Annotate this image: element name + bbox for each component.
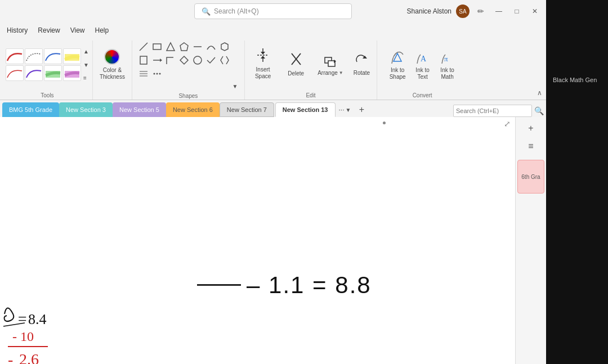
svg-marker-11: [160, 59, 162, 62]
ink-to-math-label: Ink toMath: [440, 67, 454, 80]
pen-item-4[interactable]: [63, 48, 81, 64]
add-page-btn[interactable]: +: [522, 119, 540, 137]
ink-to-text-icon: A: [415, 49, 431, 67]
minimize-btn[interactable]: —: [492, 5, 506, 18]
svg-rect-4: [153, 44, 161, 50]
maximize-btn[interactable]: □: [510, 5, 524, 18]
color-thickness-btn[interactable]: Color & Thickness: [96, 45, 128, 84]
delete-icon: [289, 51, 303, 67]
tab-newsection6[interactable]: New Section 6: [166, 102, 220, 117]
pen-item-1[interactable]: [6, 48, 24, 64]
black-panel-label: Black Math Gen: [551, 72, 603, 88]
tab-newsection13[interactable]: New Section 13: [275, 102, 336, 117]
ribbon-convert-section: Ink toShape A Ink toText π: [377, 41, 467, 100]
tabs-dropdown-icon: ▼: [346, 107, 351, 113]
rotate-icon: [355, 54, 368, 70]
shape-more[interactable]: [151, 68, 163, 80]
ink-to-text-label: Ink toText: [415, 67, 429, 80]
search-box[interactable]: 🔍 Search (Alt+Q): [194, 3, 352, 19]
shapes-grid: [137, 41, 239, 80]
notebook-tab[interactable]: 6th Gra: [517, 160, 544, 194]
shape-pentagon[interactable]: [178, 41, 190, 53]
svg-marker-21: [261, 52, 265, 55]
close-btn[interactable]: ✕: [528, 5, 542, 18]
shape-corner[interactable]: [164, 54, 177, 66]
delete-btn[interactable]: Delete: [281, 49, 311, 81]
ribbon-shapes-section: ▼ Shapes: [132, 41, 245, 100]
tabs-search-input[interactable]: [453, 105, 532, 117]
ink-to-shape-btn[interactable]: Ink toShape: [386, 47, 409, 83]
tabs-search-icon[interactable]: 🔍: [534, 106, 544, 115]
pen-scroll-down[interactable]: ▼: [83, 62, 89, 68]
svg-text:8.4: 8.4: [28, 311, 47, 327]
pen-scroll-btns: ▲ ▼ ≡: [83, 48, 89, 81]
arrange-label-container: Arrange ▼: [318, 70, 343, 76]
tab-newsection7[interactable]: New Section 7: [220, 102, 274, 117]
shape-circle[interactable]: [191, 54, 204, 66]
title-bar-right: Shanice Alston SA ✏ — □ ✕: [407, 5, 542, 18]
shape-arrow[interactable]: [151, 54, 163, 66]
ink-to-math-btn[interactable]: π Ink toMath: [436, 47, 459, 83]
svg-point-17: [154, 73, 155, 75]
edit-content: InsertSpace Delete: [248, 41, 373, 91]
tabs-overflow-btn[interactable]: ··· ▼: [336, 102, 355, 117]
pen-item-6[interactable]: [25, 65, 43, 81]
svg-marker-5: [167, 43, 175, 51]
menu-bar: History Review View Help: [0, 23, 546, 38]
shapes-label: Shapes: [178, 92, 198, 100]
shape-line[interactable]: [137, 41, 150, 53]
add-tab-btn[interactable]: +: [354, 102, 369, 117]
pen-item-5[interactable]: [6, 65, 24, 81]
canvas-area[interactable]: ⤢ – 1.1 = 8.8 = 8.4 - 10: [0, 117, 515, 364]
shape-bracket[interactable]: [218, 54, 231, 66]
arrange-btn[interactable]: Arrange ▼: [314, 52, 347, 78]
convert-content: Ink toShape A Ink toText π: [386, 41, 459, 91]
shape-hline[interactable]: [191, 41, 204, 53]
shape-note[interactable]: [137, 54, 150, 66]
convert-label: Convert: [413, 91, 432, 100]
sort-pages-btn[interactable]: ≡: [522, 137, 540, 155]
edit-btn[interactable]: ✏: [474, 5, 488, 18]
svg-text:-: -: [8, 350, 13, 364]
black-panel: Black Math Gen: [546, 0, 608, 364]
insert-space-btn[interactable]: InsertSpace: [248, 45, 278, 84]
shapes-expand-btn[interactable]: ▼: [233, 83, 238, 89]
shape-rect[interactable]: [151, 41, 163, 53]
pen-item-8[interactable]: [63, 65, 81, 81]
pen-scroll-up[interactable]: ▲: [83, 48, 89, 55]
svg-rect-9: [140, 56, 147, 64]
ink-to-text-btn[interactable]: A Ink toText: [412, 47, 434, 83]
pen-item-3[interactable]: [44, 48, 62, 64]
tabs-row: BMG 5th Grade New Section 3 New Section …: [0, 100, 546, 117]
insert-space-icon: [256, 47, 270, 63]
tab-newsection3[interactable]: New Section 3: [59, 102, 113, 117]
shape-check[interactable]: [205, 54, 217, 66]
tab-newsection5[interactable]: New Section 5: [113, 102, 166, 117]
shape-diamond[interactable]: [178, 54, 190, 66]
ink-to-math-icon: π: [440, 49, 455, 67]
ribbon-collapse-btn[interactable]: ∧: [535, 88, 544, 97]
shape-arc[interactable]: [205, 41, 217, 53]
menu-history[interactable]: History: [2, 24, 32, 37]
menu-view[interactable]: View: [66, 24, 90, 37]
shapes-content: ▼: [137, 41, 239, 92]
app-window: 🔍 Search (Alt+Q) Shanice Alston SA ✏ — □…: [0, 0, 546, 364]
shape-lines[interactable]: [137, 68, 150, 80]
pen-grid: [6, 48, 81, 81]
shape-hex[interactable]: [218, 41, 231, 53]
color-circle: [104, 49, 120, 65]
tools-label: Tools: [41, 91, 53, 100]
pen-item-2[interactable]: [25, 48, 43, 64]
math-equation-container: – 1.1 = 8.8: [197, 272, 372, 299]
rotate-btn[interactable]: Rotate: [350, 52, 373, 78]
expand-canvas-btn[interactable]: ⤢: [504, 119, 511, 128]
math-blank-line: [197, 284, 241, 286]
svg-text:=: =: [17, 310, 28, 327]
pen-expand[interactable]: ≡: [83, 75, 89, 81]
menu-help[interactable]: Help: [91, 24, 114, 37]
pen-item-7[interactable]: [44, 65, 62, 81]
shape-triangle[interactable]: [164, 41, 177, 53]
svg-point-19: [159, 73, 161, 75]
menu-review[interactable]: Review: [33, 24, 64, 37]
tab-bmg5thgrade[interactable]: BMG 5th Grade: [2, 102, 59, 117]
